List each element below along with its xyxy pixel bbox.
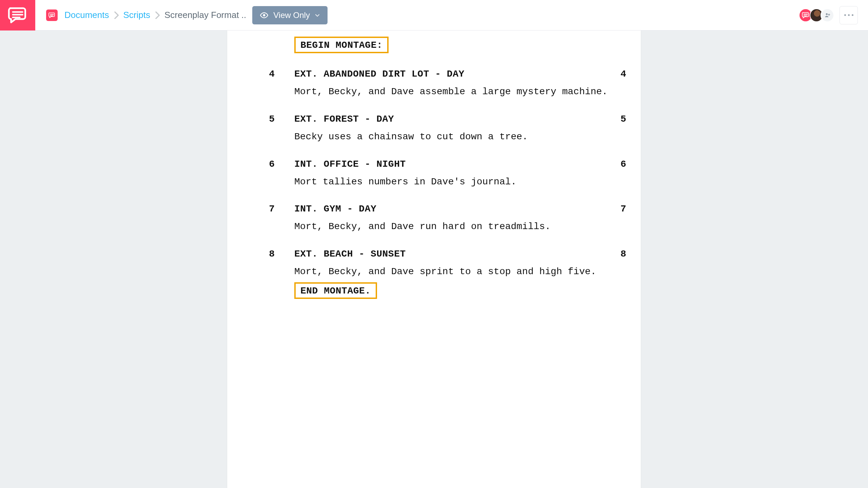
chevron-right-icon <box>155 12 160 19</box>
breadcrumb: Documents Scripts Screenplay Format .. <box>64 10 246 20</box>
scene-heading: EXT. ABANDONED DIRT LOT - DAY <box>294 69 610 79</box>
scene-number-left: 7 <box>227 204 294 214</box>
begin-montage-marker: BEGIN MONTAGE: <box>294 37 389 53</box>
scene-number-right: 4 <box>610 69 641 79</box>
chevron-down-icon <box>315 13 320 18</box>
view-mode-dropdown[interactable]: View Only <box>252 6 328 24</box>
top-bar: Documents Scripts Screenplay Format .. V… <box>0 0 868 30</box>
more-menu-button[interactable] <box>840 6 858 24</box>
scene-action: Mort, Becky, and Dave sprint to a stop a… <box>227 265 641 278</box>
scene-number-left: 4 <box>227 69 294 79</box>
script-page: BEGIN MONTAGE: 4 EXT. ABANDONED DIRT LOT… <box>227 30 641 488</box>
view-mode-label: View Only <box>273 11 310 20</box>
scene-action: Mort tallies numbers in Dave's journal. <box>227 176 641 188</box>
scene-number-left: 8 <box>227 249 294 259</box>
scene-number-left: 5 <box>227 114 294 124</box>
breadcrumb-link-scripts[interactable]: Scripts <box>123 10 150 20</box>
scene-number-right: 7 <box>610 204 641 214</box>
workspace: BEGIN MONTAGE: 4 EXT. ABANDONED DIRT LOT… <box>0 30 868 488</box>
invite-user-button[interactable] <box>821 8 834 22</box>
end-montage-marker: END MONTAGE. <box>294 282 377 299</box>
scene-action: Mort, Becky, and Dave assemble a large m… <box>227 85 641 98</box>
scene-number-right: 6 <box>610 159 641 169</box>
scene-block: 6 INT. OFFICE - NIGHT 6 Mort tallies num… <box>227 159 641 188</box>
scene-heading: EXT. FOREST - DAY <box>294 114 610 124</box>
scene-heading: INT. OFFICE - NIGHT <box>294 159 610 169</box>
app-logo[interactable] <box>0 0 35 30</box>
scene-block: 5 EXT. FOREST - DAY 5 Becky uses a chain… <box>227 114 641 143</box>
svg-point-4 <box>826 13 828 15</box>
scene-heading: EXT. BEACH - SUNSET <box>294 249 610 259</box>
scene-number-left: 6 <box>227 159 294 169</box>
scene-action: Becky uses a chainsaw to cut down a tree… <box>227 130 641 143</box>
scene-action: Mort, Becky, and Dave run hard on treadm… <box>227 220 641 233</box>
scene-block: 7 INT. GYM - DAY 7 Mort, Becky, and Dave… <box>227 204 641 233</box>
breadcrumb-link-documents[interactable]: Documents <box>64 10 109 20</box>
svg-point-3 <box>263 14 265 16</box>
scene-number-right: 8 <box>610 249 641 259</box>
chevron-right-icon <box>114 12 119 19</box>
collaborator-avatars <box>802 8 834 22</box>
scene-number-right: 5 <box>610 114 641 124</box>
scene-heading: INT. GYM - DAY <box>294 204 610 214</box>
scene-block: 8 EXT. BEACH - SUNSET 8 Mort, Becky, and… <box>227 249 641 278</box>
scene-block: 4 EXT. ABANDONED DIRT LOT - DAY 4 Mort, … <box>227 69 641 98</box>
project-icon[interactable] <box>46 9 58 21</box>
eye-icon <box>260 11 269 20</box>
breadcrumb-current: Screenplay Format .. <box>164 10 246 20</box>
